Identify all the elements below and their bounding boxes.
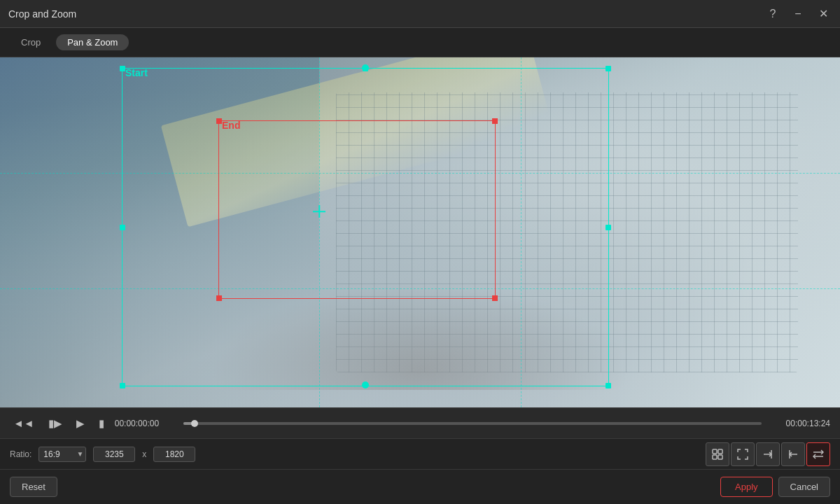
minimize-button[interactable]: − [790,6,806,22]
titlebar-controls: ? − ✕ [764,6,832,22]
options-bar: Ratio: 16:9 4:3 1:1 9:16 Custom ▼ x [0,438,840,469]
svg-rect-3 [718,455,722,459]
svg-rect-2 [713,455,717,459]
stop-button[interactable]: ▮ [95,415,108,432]
ratio-select-wrap: 16:9 4:3 1:1 9:16 Custom ▼ [38,447,86,462]
crosshair [313,205,326,218]
timecode-end: 00:00:13:24 [769,419,830,428]
skip-back-button[interactable]: ◄◄ [10,415,38,431]
main-area: Start End ◄◄ ▮▶ ▶ ▮ [0,57,840,504]
tab-crop[interactable]: Crop [10,34,52,50]
help-button[interactable]: ? [764,6,781,22]
ratio-select[interactable]: 16:9 4:3 1:1 9:16 Custom [38,447,86,462]
apply-button[interactable]: Apply [720,477,773,497]
icon-buttons [706,442,830,466]
play-button[interactable]: ▶ [73,415,88,432]
tab-pan-zoom[interactable]: Pan & Zoom [56,34,129,50]
timecode-current: 00:00:00:00 [115,419,176,428]
fit-all-button[interactable] [706,442,729,466]
height-input[interactable] [153,447,195,462]
reset-button[interactable]: Reset [10,477,57,497]
video-dishes [210,285,630,390]
close-button[interactable]: ✕ [815,6,832,22]
tab-bar: Crop Pan & Zoom [0,28,840,57]
swap-button[interactable] [806,442,830,466]
ratio-label: Ratio: [10,449,31,459]
fit-screen-button[interactable] [731,442,755,466]
timeline-playhead[interactable] [191,420,198,427]
window-title: Crop and Zoom [8,8,76,20]
svg-rect-1 [718,449,722,454]
controls-bar: ◄◄ ▮▶ ▶ ▮ 00:00:00:00 00:00:13:24 [0,407,840,438]
cancel-button[interactable]: Cancel [778,477,830,497]
titlebar: Crop and Zoom ? − ✕ [0,0,840,28]
video-canvas[interactable]: Start End [0,57,840,407]
align-left-button[interactable] [781,442,805,466]
play-back-button[interactable]: ▮▶ [45,415,66,432]
timeline-track[interactable] [183,422,762,425]
align-right-button[interactable] [756,442,780,466]
dim-separator: x [142,449,146,459]
bottom-bar: Reset Apply Cancel [0,469,840,504]
svg-rect-0 [713,449,717,454]
width-input[interactable] [93,447,135,462]
